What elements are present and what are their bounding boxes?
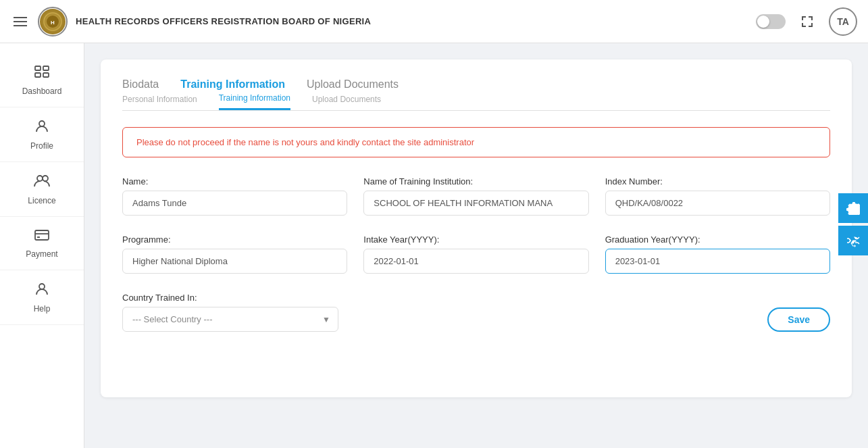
form-row-3: Country Trained In: --- Select Country -… — [122, 293, 830, 332]
avatar-button[interactable]: TA — [829, 7, 857, 36]
main-content: Biodata Training Information Upload Docu… — [84, 43, 868, 448]
index-group: Index Number: — [605, 176, 830, 216]
alert-text: Please do not proceed if the name is not… — [136, 137, 474, 147]
sidebar-label-dashboard: Dashboard — [22, 86, 62, 96]
graduation-input[interactable] — [605, 249, 830, 274]
logo: H — [38, 7, 68, 36]
main-tabs: Biodata Training Information Upload Docu… — [122, 78, 830, 91]
toggle-knob — [757, 16, 769, 28]
fullscreen-button[interactable] — [796, 11, 818, 32]
country-select-wrapper: --- Select Country --- ▼ — [122, 307, 338, 332]
sidebar-label-help: Help — [34, 304, 51, 314]
graduation-group: Graduation Year(YYYY): — [605, 234, 830, 274]
svg-point-9 — [43, 176, 48, 181]
sidebar-item-licence[interactable]: Licence — [0, 162, 84, 217]
save-button[interactable]: Save — [767, 307, 830, 332]
index-label: Index Number: — [605, 176, 830, 186]
profile-icon — [34, 118, 49, 137]
payment-icon — [34, 228, 50, 245]
svg-point-13 — [39, 284, 45, 289]
theme-toggle[interactable] — [756, 14, 786, 29]
floating-buttons — [838, 193, 868, 255]
tab-training-information[interactable]: Training Information — [180, 78, 285, 91]
settings-float-button[interactable] — [838, 193, 868, 223]
svg-rect-5 — [35, 73, 41, 77]
intake-label: Intake Year(YYYY): — [363, 234, 588, 245]
index-input[interactable] — [605, 191, 830, 216]
content-card: Biodata Training Information Upload Docu… — [101, 59, 852, 397]
institution-label: Name of Training Institution: — [363, 176, 588, 186]
form-row-2: Programme: Intake Year(YYYY): Graduation… — [122, 234, 830, 274]
logo-inner: H — [40, 9, 66, 34]
programme-group: Programme: — [122, 234, 347, 274]
svg-rect-10 — [35, 230, 49, 240]
institution-group: Name of Training Institution: — [363, 176, 588, 216]
main-layout: Dashboard Profile Licence — [0, 43, 868, 448]
sidebar-item-help[interactable]: Help — [0, 270, 84, 325]
help-icon — [34, 281, 49, 300]
sub-tabs: Personal Information Training Informatio… — [122, 93, 830, 111]
country-label: Country Trained In: — [122, 293, 338, 303]
tab-upload-documents[interactable]: Upload Documents — [307, 78, 399, 91]
dashboard-icon — [34, 65, 50, 82]
header: H HEALTH RECORDS OFFICERS REGISTRATION B… — [0, 0, 868, 43]
subtab-training-info[interactable]: Training Information — [219, 93, 290, 110]
name-group: Name: — [122, 176, 347, 216]
intake-group: Intake Year(YYYY): — [363, 234, 588, 274]
hamburger-button[interactable] — [11, 14, 30, 29]
sidebar-item-payment[interactable]: Payment — [0, 217, 84, 270]
alert-message: Please do not proceed if the name is not… — [122, 127, 830, 157]
country-group: Country Trained In: --- Select Country -… — [122, 293, 338, 332]
sidebar-item-profile[interactable]: Profile — [0, 107, 84, 162]
licence-icon — [34, 173, 50, 192]
svg-rect-4 — [43, 66, 49, 70]
svg-rect-6 — [43, 73, 49, 77]
svg-point-7 — [39, 121, 45, 126]
sidebar-label-licence: Licence — [28, 196, 55, 205]
sidebar: Dashboard Profile Licence — [0, 43, 84, 448]
sidebar-label-payment: Payment — [26, 249, 57, 259]
intake-input[interactable] — [363, 249, 588, 274]
graduation-label: Graduation Year(YYYY): — [605, 234, 830, 245]
header-title: HEALTH RECORDS OFFICERS REGISTRATION BOA… — [76, 16, 371, 26]
svg-point-8 — [37, 176, 43, 181]
svg-text:H: H — [51, 20, 55, 26]
country-select[interactable]: --- Select Country --- — [122, 307, 338, 332]
name-input[interactable] — [122, 191, 347, 216]
avatar-initials: TA — [837, 16, 849, 27]
name-label: Name: — [122, 176, 347, 186]
sidebar-label-profile: Profile — [30, 141, 53, 151]
tab-biodata[interactable]: Biodata — [122, 78, 159, 91]
header-left: H HEALTH RECORDS OFFICERS REGISTRATION B… — [11, 7, 371, 36]
sidebar-item-dashboard[interactable]: Dashboard — [0, 54, 84, 107]
shuffle-float-button[interactable] — [838, 226, 868, 255]
programme-label: Programme: — [122, 234, 347, 245]
subtab-upload-docs[interactable]: Upload Documents — [312, 95, 381, 109]
programme-input[interactable] — [122, 249, 347, 274]
form-actions: Save — [767, 307, 830, 332]
svg-rect-3 — [35, 66, 41, 70]
header-right: TA — [756, 7, 857, 36]
subtab-personal-info[interactable]: Personal Information — [122, 95, 197, 109]
svg-rect-12 — [37, 237, 40, 238]
form-row-1: Name: Name of Training Institution: Inde… — [122, 176, 830, 216]
institution-input[interactable] — [363, 191, 588, 216]
